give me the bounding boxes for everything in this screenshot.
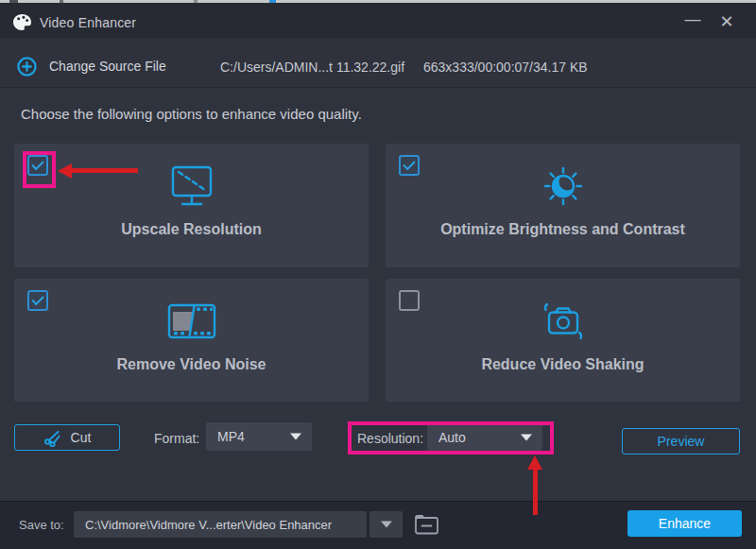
option-card-remove-noise[interactable]: Remove Video Noise <box>14 279 369 402</box>
preview-label: Preview <box>658 434 705 449</box>
window-title: Video Enhancer <box>40 15 136 30</box>
resolution-label: Resolution: <box>357 431 423 446</box>
format-label: Format: <box>154 431 199 446</box>
format-value: MP4 <box>217 429 245 444</box>
plus-circle-icon <box>17 57 37 77</box>
option-card-upscale-resolution[interactable]: Upscale Resolution <box>14 144 369 267</box>
cut-button[interactable]: Cut <box>14 424 120 451</box>
close-button[interactable]: ✕ <box>711 10 743 33</box>
title-bar: Video Enhancer — ✕ <box>0 3 756 38</box>
upscale-resolution-checkbox[interactable] <box>27 155 48 176</box>
option-label: Upscale Resolution <box>14 221 369 238</box>
resolution-value: Auto <box>438 430 466 445</box>
filmstrip-noise-icon <box>167 302 216 340</box>
option-label: Remove Video Noise <box>14 356 369 373</box>
monitor-upscale-icon <box>168 164 215 208</box>
source-file-path: C:/Users/ADMIN...t 11.32.22.gif <box>220 60 404 75</box>
save-path-dropdown-button[interactable] <box>369 511 403 538</box>
palette-icon <box>12 13 32 31</box>
source-file-info: 663x333/00:00:07/34.17 KB <box>423 60 588 75</box>
minimize-button[interactable]: — <box>677 10 709 33</box>
save-to-label: Save to: <box>19 518 64 532</box>
option-card-reduce-shaking[interactable]: Reduce Video Shaking <box>386 279 740 402</box>
enhance-label: Enhance <box>659 516 711 531</box>
option-card-optimize-brightness[interactable]: Optimize Brightness and Contrast <box>386 144 740 267</box>
chevron-down-icon <box>521 435 532 441</box>
change-source-file-label: Change Source File <box>49 59 166 74</box>
preview-button[interactable]: Preview <box>622 428 740 455</box>
format-dropdown[interactable]: MP4 <box>206 422 312 451</box>
change-source-file-button[interactable]: Change Source File <box>17 53 166 79</box>
save-path-field[interactable]: C:\Vidmore\Vidmore V...erter\Video Enhan… <box>74 511 367 538</box>
camera-shake-icon <box>539 300 588 343</box>
open-folder-icon[interactable] <box>414 513 439 536</box>
option-label: Optimize Brightness and Contrast <box>386 221 740 238</box>
remove-noise-checkbox[interactable] <box>27 290 48 311</box>
instruction-text: Choose the following options to enhance … <box>21 106 362 122</box>
resolution-dropdown[interactable]: Auto <box>427 424 542 451</box>
option-label: Reduce Video Shaking <box>386 356 740 373</box>
brightness-sun-icon <box>537 160 590 213</box>
reduce-shaking-checkbox[interactable] <box>399 290 420 311</box>
chevron-down-icon <box>381 522 392 528</box>
enhance-button[interactable]: Enhance <box>627 510 742 537</box>
video-enhancer-window: Video Enhancer — ✕ Change Source File C:… <box>0 0 756 549</box>
chevron-down-icon <box>290 434 301 440</box>
save-path-value: C:\Vidmore\Vidmore V...erter\Video Enhan… <box>85 518 332 532</box>
optimize-brightness-checkbox[interactable] <box>399 155 420 176</box>
cut-label: Cut <box>71 430 92 445</box>
scissors-icon <box>43 429 61 447</box>
